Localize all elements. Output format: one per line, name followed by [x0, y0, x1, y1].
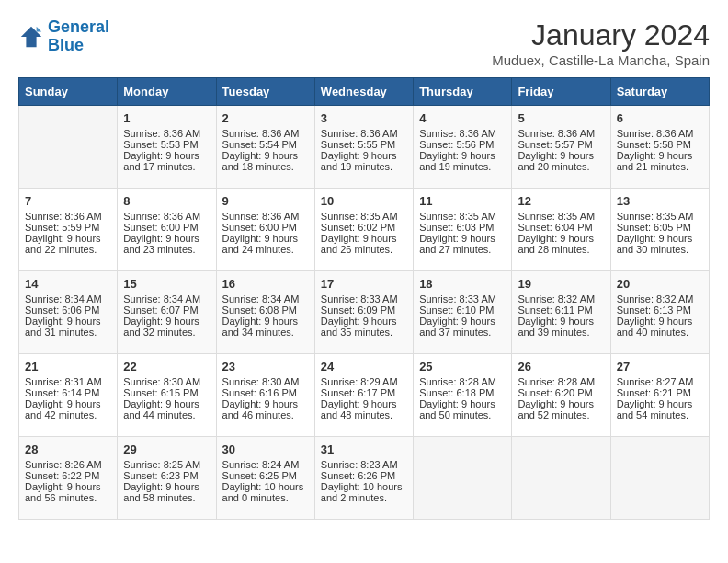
calendar-cell: 4Sunrise: 8:36 AMSunset: 5:56 PMDaylight…: [414, 106, 512, 189]
day-info: and 27 minutes.: [419, 244, 506, 255]
calendar-cell: 27Sunrise: 8:27 AMSunset: 6:21 PMDayligh…: [610, 354, 709, 437]
day-info: Sunset: 5:53 PM: [123, 139, 210, 150]
calendar-cell: 3Sunrise: 8:36 AMSunset: 5:55 PMDaylight…: [314, 106, 413, 189]
calendar-cell: 11Sunrise: 8:35 AMSunset: 6:03 PMDayligh…: [414, 189, 512, 271]
day-number: 25: [419, 360, 506, 373]
calendar-header: SundayMondayTuesdayWednesdayThursdayFrid…: [19, 78, 710, 106]
day-header-saturday: Saturday: [610, 78, 709, 106]
calendar-cell: 16Sunrise: 8:34 AMSunset: 6:08 PMDayligh…: [216, 271, 314, 354]
calendar-cell: 30Sunrise: 8:24 AMSunset: 6:25 PMDayligh…: [216, 437, 314, 520]
day-number: 11: [419, 194, 506, 208]
day-number: 31: [321, 442, 407, 456]
logo: General Blue: [18, 18, 109, 55]
day-info: Daylight: 9 hours: [518, 316, 604, 327]
week-row-5: 28Sunrise: 8:26 AMSunset: 6:22 PMDayligh…: [19, 437, 710, 520]
day-number: 28: [25, 442, 111, 456]
day-info: and 20 minutes.: [518, 161, 604, 172]
day-info: and 56 minutes.: [25, 492, 111, 503]
day-info: and 21 minutes.: [617, 161, 703, 172]
day-info: Daylight: 9 hours: [518, 150, 604, 161]
day-info: Sunset: 6:17 PM: [321, 387, 407, 398]
day-info: Sunrise: 8:36 AM: [25, 211, 111, 222]
calendar-cell: [414, 437, 512, 520]
day-number: 8: [123, 194, 210, 208]
day-info: and 44 minutes.: [123, 409, 210, 420]
day-info: Daylight: 9 hours: [419, 150, 506, 161]
day-info: Daylight: 10 hours: [222, 481, 309, 492]
day-info: Daylight: 9 hours: [123, 481, 210, 492]
day-info: Sunset: 5:55 PM: [321, 139, 407, 150]
calendar-cell: [19, 106, 118, 189]
day-number: 13: [617, 194, 703, 208]
calendar-cell: 20Sunrise: 8:32 AMSunset: 6:13 PMDayligh…: [610, 271, 709, 354]
day-info: Sunset: 6:05 PM: [617, 222, 703, 233]
day-info: Sunrise: 8:36 AM: [123, 211, 210, 222]
day-info: Sunrise: 8:33 AM: [419, 293, 506, 304]
calendar-cell: [512, 437, 610, 520]
header-row: SundayMondayTuesdayWednesdayThursdayFrid…: [19, 78, 710, 106]
day-info: Sunrise: 8:36 AM: [617, 128, 703, 139]
month-title: January 2024: [492, 18, 710, 52]
calendar-cell: 12Sunrise: 8:35 AMSunset: 6:04 PMDayligh…: [512, 189, 610, 271]
day-info: Sunrise: 8:34 AM: [25, 293, 111, 304]
day-info: and 19 minutes.: [321, 161, 407, 172]
calendar-cell: 21Sunrise: 8:31 AMSunset: 6:14 PMDayligh…: [19, 354, 118, 437]
day-number: 26: [518, 360, 604, 373]
day-number: 18: [419, 277, 506, 291]
day-info: Sunrise: 8:36 AM: [419, 128, 506, 139]
calendar-cell: 10Sunrise: 8:35 AMSunset: 6:02 PMDayligh…: [314, 189, 413, 271]
title-area: January 2024 Muduex, Castille-La Mancha,…: [492, 18, 710, 68]
day-info: Daylight: 9 hours: [617, 233, 703, 244]
day-number: 14: [25, 277, 111, 291]
day-info: Sunset: 6:06 PM: [25, 304, 111, 316]
day-header-monday: Monday: [118, 78, 216, 106]
day-info: Daylight: 9 hours: [25, 233, 111, 244]
day-info: and 26 minutes.: [321, 244, 407, 255]
calendar-cell: 23Sunrise: 8:30 AMSunset: 6:16 PMDayligh…: [216, 354, 314, 437]
day-info: Sunrise: 8:30 AM: [123, 376, 210, 387]
calendar-cell: 18Sunrise: 8:33 AMSunset: 6:10 PMDayligh…: [414, 271, 512, 354]
day-info: Sunset: 6:26 PM: [321, 470, 407, 481]
day-info: Daylight: 9 hours: [123, 398, 210, 409]
day-info: Sunrise: 8:34 AM: [222, 293, 309, 304]
day-info: Sunrise: 8:26 AM: [25, 459, 111, 470]
day-info: Sunset: 5:57 PM: [518, 139, 604, 150]
day-info: Daylight: 9 hours: [419, 316, 506, 327]
day-info: Sunrise: 8:35 AM: [518, 211, 604, 222]
day-info: and 30 minutes.: [617, 244, 703, 255]
day-number: 6: [617, 111, 703, 125]
day-info: Sunrise: 8:35 AM: [321, 211, 407, 222]
day-number: 21: [25, 360, 111, 373]
day-number: 12: [518, 194, 604, 208]
day-number: 10: [321, 194, 407, 208]
day-header-friday: Friday: [512, 78, 610, 106]
day-info: Sunrise: 8:28 AM: [518, 376, 604, 387]
day-info: Sunrise: 8:36 AM: [518, 128, 604, 139]
day-info: Sunset: 5:54 PM: [222, 139, 309, 150]
day-info: Sunset: 6:09 PM: [321, 304, 407, 316]
day-info: Sunrise: 8:32 AM: [617, 293, 703, 304]
day-info: and 40 minutes.: [617, 327, 703, 338]
day-info: Daylight: 9 hours: [518, 398, 604, 409]
calendar-cell: 2Sunrise: 8:36 AMSunset: 5:54 PMDaylight…: [216, 106, 314, 189]
day-info: Daylight: 9 hours: [222, 398, 309, 409]
day-info: Sunset: 5:59 PM: [25, 222, 111, 233]
day-number: 5: [518, 111, 604, 125]
day-info: and 34 minutes.: [222, 327, 309, 338]
calendar-cell: 24Sunrise: 8:29 AMSunset: 6:17 PMDayligh…: [314, 354, 413, 437]
day-info: and 24 minutes.: [222, 244, 309, 255]
day-info: and 28 minutes.: [518, 244, 604, 255]
calendar-cell: 26Sunrise: 8:28 AMSunset: 6:20 PMDayligh…: [512, 354, 610, 437]
day-number: 16: [222, 277, 309, 291]
day-info: Sunset: 6:02 PM: [321, 222, 407, 233]
calendar-cell: 13Sunrise: 8:35 AMSunset: 6:05 PMDayligh…: [610, 189, 709, 271]
logo-line2: Blue: [48, 36, 84, 54]
day-info: Sunrise: 8:36 AM: [222, 128, 309, 139]
day-info: and 31 minutes.: [25, 327, 111, 338]
day-info: Daylight: 9 hours: [25, 316, 111, 327]
calendar-cell: 7Sunrise: 8:36 AMSunset: 5:59 PMDaylight…: [19, 189, 118, 271]
day-info: Sunset: 6:15 PM: [123, 387, 210, 398]
calendar-cell: 6Sunrise: 8:36 AMSunset: 5:58 PMDaylight…: [610, 106, 709, 189]
day-info: Sunrise: 8:34 AM: [123, 293, 210, 304]
logo-icon: [18, 24, 44, 50]
